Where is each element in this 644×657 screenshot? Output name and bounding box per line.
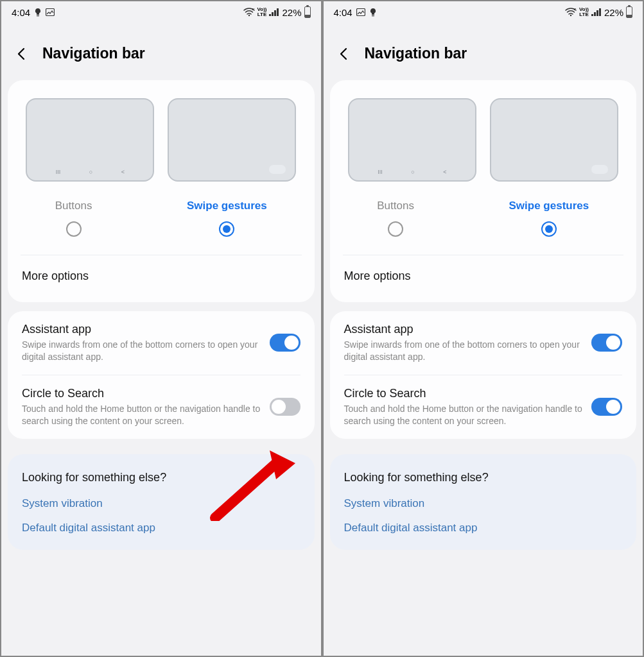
wifi-icon: [243, 8, 255, 17]
signal-icon: [269, 8, 279, 16]
phone-screen-right: 4:04 Vo))LTE 22% Navigation ba: [322, 0, 645, 657]
more-options-label: More options: [344, 269, 411, 282]
circle-toggle[interactable]: [270, 398, 300, 416]
link-system-vibration[interactable]: System vibration: [22, 497, 300, 510]
preview-gesture-pill-icon: [269, 165, 286, 174]
svg-point-8: [570, 15, 571, 16]
looking-card: Looking for something else? System vibra…: [8, 454, 315, 550]
lightbulb-icon: [369, 8, 377, 17]
preview-swipe[interactable]: [490, 98, 618, 182]
svg-rect-12: [599, 8, 601, 16]
circle-desc: Touch and hold the Home button or the na…: [344, 403, 583, 427]
image-icon: [356, 8, 365, 16]
circle-desc: Touch and hold the Home button or the na…: [22, 403, 261, 427]
svg-rect-5: [277, 8, 279, 16]
svg-rect-2: [269, 14, 271, 16]
radio-swipe[interactable]: [219, 221, 234, 237]
wifi-icon: [565, 8, 577, 17]
nav-type-card: III○< Buttons Swipe gestures More option…: [330, 80, 637, 302]
preview-buttons[interactable]: III○<: [348, 98, 476, 182]
back-button[interactable]: [14, 46, 30, 62]
svg-point-1: [248, 15, 249, 16]
nav-type-option-swipe[interactable]: Swipe gestures: [509, 200, 589, 237]
looking-title: Looking for something else?: [344, 471, 623, 484]
link-default-assistant[interactable]: Default digital assistant app: [344, 522, 623, 534]
nav-type-option-swipe[interactable]: Swipe gestures: [187, 200, 267, 237]
radio-buttons[interactable]: [66, 221, 82, 237]
looking-card: Looking for something else? System vibra…: [330, 454, 637, 550]
nav-type-swipe-label: Swipe gestures: [509, 200, 589, 212]
preview-swipe[interactable]: [168, 98, 296, 182]
circle-to-search-row[interactable]: Circle to Search Touch and hold the Home…: [8, 375, 315, 439]
signal-icon: [591, 8, 602, 16]
svg-rect-4: [274, 10, 276, 16]
nav-type-option-buttons[interactable]: Buttons: [55, 200, 92, 237]
svg-rect-9: [591, 14, 593, 16]
preview-gesture-pill-icon: [591, 165, 608, 174]
nav-type-card: III○< Buttons Swipe gestures More option…: [8, 80, 315, 302]
battery-icon: [626, 6, 632, 18]
assistant-app-row[interactable]: Assistant app Swipe inwards from one of …: [330, 311, 637, 375]
volte-icon: Vo))LTE: [579, 7, 589, 17]
battery-icon: [304, 6, 311, 18]
battery-percent: 22%: [282, 7, 301, 18]
page-header: Navigation bar: [1, 23, 321, 80]
more-options-label: More options: [22, 269, 89, 282]
nav-type-buttons-label: Buttons: [55, 200, 92, 212]
preview-nav-icons: III○<: [349, 169, 475, 175]
assistant-desc: Swipe inwards from one of the bottom cor…: [22, 339, 261, 363]
link-default-assistant[interactable]: Default digital assistant app: [22, 522, 300, 534]
nav-type-option-buttons[interactable]: Buttons: [377, 200, 414, 237]
status-time: 4:04: [12, 7, 30, 18]
svg-rect-11: [596, 10, 598, 16]
assistant-app-row[interactable]: Assistant app Swipe inwards from one of …: [8, 311, 315, 375]
circle-to-search-row[interactable]: Circle to Search Touch and hold the Home…: [330, 375, 637, 439]
link-system-vibration[interactable]: System vibration: [344, 497, 623, 510]
svg-rect-10: [594, 12, 596, 16]
image-icon: [46, 8, 55, 16]
toggles-card: Assistant app Swipe inwards from one of …: [330, 311, 637, 439]
back-button[interactable]: [336, 46, 352, 62]
page-title: Navigation bar: [365, 45, 467, 62]
nav-type-buttons-label: Buttons: [377, 200, 414, 212]
status-bar: 4:04 Vo))LTE 22%: [324, 1, 643, 23]
lightbulb-icon: [34, 8, 42, 17]
svg-rect-3: [272, 12, 274, 16]
phone-screen-left: 4:04 Vo))LTE 22% Navigation ba: [0, 0, 322, 657]
assistant-desc: Swipe inwards from one of the bottom cor…: [344, 339, 583, 363]
status-time: 4:04: [334, 7, 352, 18]
circle-toggle[interactable]: [591, 398, 622, 416]
more-options-row[interactable]: More options: [8, 255, 315, 302]
assistant-title: Assistant app: [344, 323, 583, 336]
circle-title: Circle to Search: [344, 387, 583, 400]
more-options-row[interactable]: More options: [330, 255, 637, 302]
radio-swipe[interactable]: [541, 221, 557, 237]
nav-type-swipe-label: Swipe gestures: [187, 200, 267, 212]
status-bar: 4:04 Vo))LTE 22%: [1, 1, 321, 23]
radio-buttons[interactable]: [388, 221, 403, 237]
assistant-toggle[interactable]: [591, 334, 622, 352]
preview-nav-icons: III○<: [27, 169, 153, 175]
volte-icon: Vo))LTE: [257, 7, 267, 17]
assistant-title: Assistant app: [22, 323, 261, 336]
assistant-toggle[interactable]: [270, 334, 300, 352]
page-header: Navigation bar: [324, 23, 643, 80]
battery-percent: 22%: [604, 7, 623, 18]
looking-title: Looking for something else?: [22, 471, 300, 484]
circle-title: Circle to Search: [22, 387, 261, 400]
preview-buttons[interactable]: III○<: [26, 98, 154, 182]
page-title: Navigation bar: [42, 45, 145, 62]
toggles-card: Assistant app Swipe inwards from one of …: [8, 311, 315, 439]
